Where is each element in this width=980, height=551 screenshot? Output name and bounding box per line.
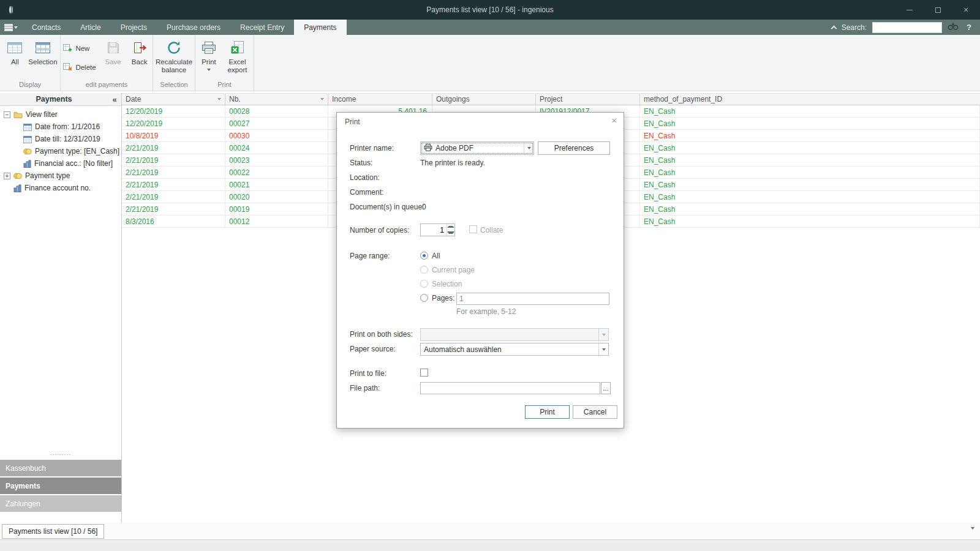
new-button[interactable]: New bbox=[63, 43, 96, 53]
bar-chart-icon bbox=[13, 184, 21, 192]
print-button-ribbon[interactable]: Print bbox=[197, 36, 221, 71]
panel-payments[interactable]: Payments bbox=[0, 478, 121, 494]
tree-item-payment-type[interactable]: + Payment type bbox=[0, 170, 121, 182]
cell-nb: 00012 bbox=[225, 216, 328, 227]
chevron-down-icon[interactable] bbox=[524, 142, 533, 154]
maximize-icon[interactable] bbox=[924, 0, 952, 20]
dialog-close-icon[interactable]: × bbox=[611, 116, 617, 125]
document-tab-label: Payments list view [10 / 56] bbox=[9, 527, 97, 536]
selection-button[interactable]: Selection bbox=[28, 36, 57, 66]
expander-plus-icon[interactable]: + bbox=[4, 173, 10, 179]
back-button[interactable]: Back bbox=[127, 36, 153, 66]
expander-minus-icon[interactable]: − bbox=[4, 111, 10, 118]
folder-icon bbox=[13, 111, 23, 118]
tab-list-dropdown-icon[interactable] bbox=[971, 530, 974, 538]
cell-method: EN_Cash bbox=[640, 142, 980, 154]
tab-article[interactable]: Article bbox=[70, 20, 110, 35]
filter-dropdown-icon[interactable] bbox=[217, 98, 221, 100]
table-all-icon bbox=[6, 39, 23, 56]
tab-receipt-entry[interactable]: Receipt Entry bbox=[230, 20, 294, 35]
excel-export-button[interactable]: Excel export bbox=[222, 36, 252, 74]
column-header-outgoings[interactable]: Outgoings bbox=[432, 94, 536, 105]
column-header-method-of-payment[interactable]: method_of_payment_ID bbox=[640, 94, 980, 105]
tree-item-date-from[interactable]: Date from: 1/1/2016 bbox=[0, 121, 121, 133]
print-to-file-label: Print to file: bbox=[350, 369, 386, 378]
ribbon-group-label-display: Display bbox=[1, 80, 59, 91]
column-header-date[interactable]: Date bbox=[122, 94, 225, 105]
radio-all[interactable] bbox=[420, 252, 428, 260]
cell-method: EN_Cash bbox=[640, 130, 980, 141]
menu-grid-icon[interactable] bbox=[0, 20, 22, 35]
minimize-icon[interactable] bbox=[895, 0, 924, 20]
collapse-sidebar-icon[interactable]: « bbox=[108, 95, 121, 104]
radio-pages-label[interactable]: Pages: bbox=[432, 294, 454, 302]
copies-input[interactable] bbox=[421, 224, 447, 236]
spinner-down-icon[interactable] bbox=[447, 230, 454, 236]
column-header-nb[interactable]: Nb. bbox=[225, 94, 328, 105]
cancel-button[interactable]: Cancel bbox=[573, 405, 617, 419]
cell-method: EN_Cash bbox=[640, 179, 980, 190]
radio-pages[interactable] bbox=[420, 294, 428, 302]
spinner-up-icon[interactable] bbox=[447, 224, 454, 230]
comment-label: Comment: bbox=[350, 188, 383, 197]
panel-kassenbuch[interactable]: Kassenbuch bbox=[0, 460, 121, 476]
tab-purchase-orders[interactable]: Purchase orders bbox=[157, 20, 230, 35]
chevron-down-icon[interactable] bbox=[598, 343, 608, 355]
chevron-down-icon bbox=[598, 329, 608, 340]
tab-contacts[interactable]: Contacts bbox=[22, 20, 70, 35]
all-button[interactable]: All bbox=[2, 36, 27, 66]
tree-item-payment-type-filter[interactable]: Payment type: [EN_Cash] bbox=[0, 145, 121, 157]
column-header-project[interactable]: Project bbox=[536, 94, 640, 105]
cell-date: 10/8/2019 bbox=[122, 130, 225, 141]
print-dropdown-icon[interactable] bbox=[207, 69, 211, 71]
close-icon[interactable]: × bbox=[952, 0, 980, 20]
print-button[interactable]: Print bbox=[525, 405, 570, 419]
tree-item-view-filter[interactable]: − View filter bbox=[0, 108, 121, 121]
radio-all-label[interactable]: All bbox=[432, 252, 440, 260]
cell-method: EN_Cash bbox=[640, 191, 980, 203]
cell-method: EN_Cash bbox=[640, 154, 980, 166]
tab-projects[interactable]: Projects bbox=[111, 20, 157, 35]
delete-button[interactable]: Delete bbox=[63, 62, 96, 72]
tab-payments[interactable]: Payments bbox=[294, 20, 346, 35]
collapse-ribbon-icon[interactable] bbox=[831, 25, 837, 31]
printer-select[interactable]: Adobe PDF bbox=[420, 141, 534, 155]
dialog-title: Print bbox=[345, 118, 360, 126]
file-path-input[interactable] bbox=[420, 382, 600, 394]
cell-date: 2/21/2019 bbox=[122, 191, 225, 203]
search-input[interactable] bbox=[872, 22, 942, 33]
tree-item-finance-account-no[interactable]: Finance account no. bbox=[0, 182, 121, 194]
search-binoculars-icon[interactable] bbox=[948, 22, 959, 32]
cell-nb: 00022 bbox=[225, 167, 328, 178]
paper-source-select[interactable]: Automatisch auswählen bbox=[420, 343, 609, 356]
tree-item-label: Financial acc.: [No filter] bbox=[34, 159, 113, 168]
tree-item-date-till[interactable]: Date till: 12/31/2019 bbox=[0, 133, 121, 145]
cell-date: 2/21/2019 bbox=[122, 142, 225, 154]
panel-zahlungen[interactable]: Zahlungen bbox=[0, 495, 121, 512]
recalculate-button-label: Recalculate balance bbox=[154, 58, 194, 74]
delete-icon bbox=[63, 62, 72, 72]
cell-method: EN_Cash bbox=[640, 118, 980, 129]
back-button-label: Back bbox=[132, 58, 148, 66]
pages-input[interactable] bbox=[456, 293, 609, 305]
browse-button[interactable]: ... bbox=[601, 382, 611, 394]
document-tab[interactable]: Payments list view [10 / 56] bbox=[2, 524, 104, 539]
printer-icon-large bbox=[200, 39, 217, 56]
recalculate-balance-button[interactable]: Recalculate balance bbox=[154, 36, 194, 74]
cell-nb: 00020 bbox=[225, 191, 328, 203]
printer-name-label: Printer name: bbox=[350, 144, 394, 152]
tree-item-financial-acc-filter[interactable]: Financial acc.: [No filter] bbox=[0, 157, 121, 170]
help-icon[interactable]: ? bbox=[964, 23, 974, 32]
excel-button-label: Excel export bbox=[222, 58, 252, 74]
calendar-icon bbox=[23, 123, 32, 131]
print-to-file-checkbox[interactable] bbox=[420, 369, 428, 377]
radio-current-page bbox=[420, 266, 428, 274]
panel-splitter[interactable]: ......... bbox=[0, 450, 121, 459]
page-range-label: Page range: bbox=[350, 252, 390, 260]
preferences-button[interactable]: Preferences bbox=[538, 141, 610, 155]
filter-dropdown-icon[interactable] bbox=[320, 98, 324, 100]
tree-item-label: View filter bbox=[26, 110, 58, 119]
printer-icon bbox=[424, 144, 432, 153]
column-header-income[interactable]: Income bbox=[328, 94, 432, 105]
copies-stepper[interactable] bbox=[420, 223, 455, 236]
